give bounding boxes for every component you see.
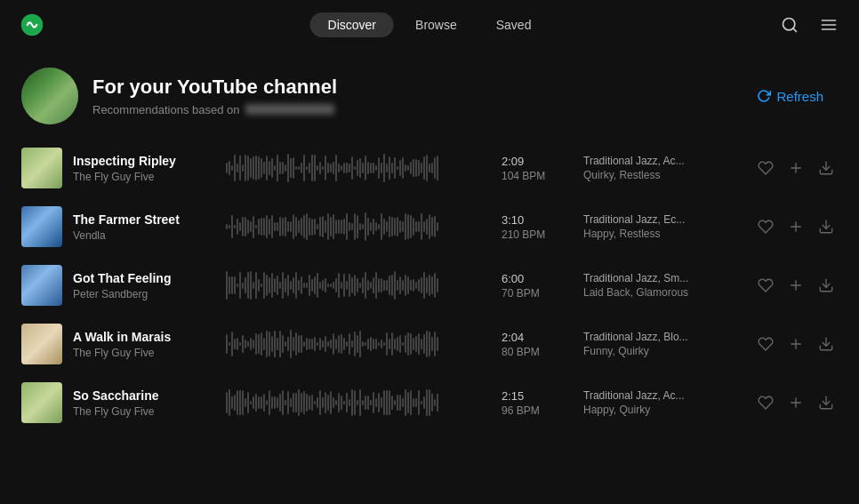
like-button[interactable] — [754, 391, 777, 414]
add-button[interactable] — [784, 274, 807, 297]
waveform[interactable] — [226, 152, 491, 184]
logo — [18, 11, 46, 39]
download-button[interactable] — [815, 332, 838, 356]
waveform-bar — [269, 219, 270, 236]
track-bpm: 96 BPM — [502, 404, 573, 417]
track-time: 2:04 — [502, 331, 573, 344]
download-button[interactable] — [815, 391, 838, 414]
track-meta: Got That Feeling Peter Sandberg — [73, 270, 215, 300]
waveform-bar — [242, 335, 244, 354]
like-button[interactable] — [754, 215, 777, 238]
waveform-bar — [431, 276, 433, 294]
waveform-bar — [365, 272, 366, 299]
track-bpm: 80 BPM — [502, 346, 573, 358]
tab-discover[interactable]: Discover — [310, 12, 394, 37]
waveform-bar — [277, 276, 278, 296]
download-button[interactable] — [815, 274, 838, 297]
track-bpm: 70 BPM — [502, 287, 573, 300]
waveform-bar — [229, 342, 230, 346]
waveform-bar — [298, 166, 300, 171]
add-button[interactable] — [784, 332, 807, 356]
waveform-bar — [322, 216, 324, 237]
waveform-bar — [269, 390, 270, 415]
refresh-button[interactable]: Refresh — [743, 82, 838, 111]
track-mood: Laid Back, Glamorous — [583, 286, 743, 299]
waveform[interactable] — [226, 328, 491, 360]
waveform-bar — [373, 277, 374, 293]
waveform-bar — [255, 333, 257, 354]
nav-center: Discover Browse Saved — [310, 12, 550, 37]
add-button[interactable] — [784, 156, 807, 180]
waveform[interactable] — [226, 269, 491, 301]
waveform-bar — [303, 391, 305, 414]
waveform-bar — [346, 213, 348, 241]
track-row[interactable]: So Saccharine The Fly Guy Five 2:15 96 B… — [7, 373, 852, 432]
waveform-bar — [255, 225, 257, 228]
waveform-bar — [261, 284, 262, 288]
track-name: The Farmer Street — [73, 212, 215, 228]
waveform-bar — [410, 333, 412, 356]
waveform-bar — [301, 335, 302, 352]
waveform-bar — [269, 277, 270, 293]
refresh-icon — [757, 89, 771, 103]
track-row[interactable]: The Farmer Street Vendla 3:10 210 BPM Tr… — [7, 197, 852, 256]
track-row[interactable]: Inspecting Ripley The Fly Guy Five 2:09 … — [7, 139, 852, 197]
waveform-bar — [303, 155, 305, 182]
waveform-bar — [386, 332, 388, 356]
waveform-bar — [250, 221, 252, 233]
track-row[interactable]: Got That Feeling Peter Sandberg 6:00 70 … — [7, 256, 852, 315]
download-button[interactable] — [815, 215, 838, 238]
waveform[interactable] — [226, 387, 491, 419]
waveform-bar — [314, 337, 316, 350]
waveform-bar — [229, 389, 230, 416]
track-meta: So Saccharine The Fly Guy Five — [73, 388, 215, 418]
waveform-bar — [306, 338, 308, 349]
waveform-bar — [287, 337, 289, 351]
like-button[interactable] — [754, 156, 777, 180]
track-genre: Traditional Jazz, Ac... — [583, 155, 743, 167]
waveform-bar — [367, 162, 369, 174]
add-button[interactable] — [784, 215, 807, 238]
waveform-bar — [415, 282, 417, 288]
waveform-bar — [365, 212, 366, 241]
like-button[interactable] — [754, 274, 777, 297]
waveform-bar — [381, 163, 382, 173]
like-button[interactable] — [754, 332, 777, 356]
waveform-bar — [301, 276, 302, 294]
tab-browse[interactable]: Browse — [397, 12, 475, 37]
page-header: For your YouTube channel Recommendations… — [0, 50, 859, 139]
waveform[interactable] — [226, 211, 491, 243]
waveform-bar — [343, 219, 345, 234]
waveform-bar — [431, 217, 433, 236]
waveform-bar — [429, 214, 430, 239]
waveform-bar — [231, 215, 233, 238]
waveform-bar — [370, 222, 372, 231]
waveform-bar — [239, 272, 241, 300]
tab-saved[interactable]: Saved — [478, 12, 550, 37]
waveform-bar — [357, 278, 358, 292]
navbar-left — [18, 11, 46, 39]
waveform-bar — [365, 156, 366, 180]
waveform-bar — [346, 163, 348, 173]
waveform-bar — [277, 222, 278, 230]
waveform-bar — [317, 397, 318, 407]
waveform-bar — [295, 332, 297, 356]
waveform-bar — [298, 220, 300, 234]
waveform-bar — [351, 156, 353, 180]
track-row[interactable]: A Walk in Marais The Fly Guy Five 2:04 8… — [7, 315, 852, 373]
download-button[interactable] — [815, 156, 838, 180]
waveform-bar — [271, 336, 273, 351]
waveform-bar — [250, 271, 252, 300]
search-button[interactable] — [777, 12, 802, 37]
waveform-bar — [287, 154, 289, 182]
waveform-bar — [405, 389, 406, 415]
waveform-bar — [370, 282, 372, 288]
waveform-bar — [423, 221, 425, 233]
waveform-bar — [285, 400, 286, 405]
add-button[interactable] — [784, 391, 807, 414]
waveform-bar — [378, 157, 380, 179]
track-actions — [754, 332, 838, 356]
waveform-bar — [282, 162, 284, 174]
waveform-bar — [354, 213, 356, 239]
menu-button[interactable] — [816, 12, 841, 37]
